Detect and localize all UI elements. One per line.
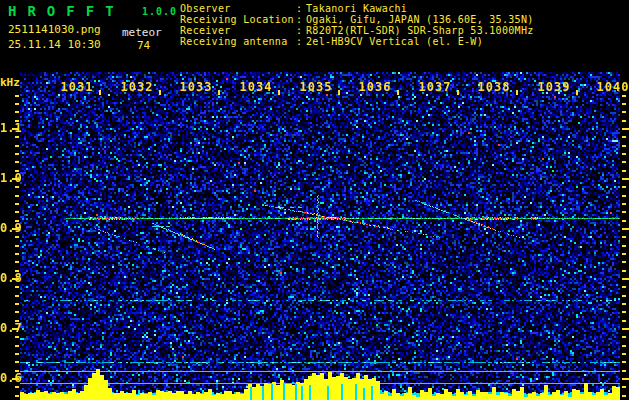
x-axis-label: 1036 — [351, 80, 399, 94]
axis-tick — [622, 395, 626, 397]
axis-tick — [12, 328, 19, 330]
axis-tick — [12, 228, 19, 230]
axis-tick — [15, 111, 19, 113]
x-axis-label: 1034 — [232, 80, 280, 94]
axis-tick — [15, 320, 19, 322]
app-title: HROFFT — [8, 3, 125, 19]
axis-tick — [622, 386, 626, 388]
x-axis-label: 1040 — [589, 80, 629, 94]
axis-tick — [622, 153, 626, 155]
axis-tick — [15, 370, 19, 372]
axis-tick — [15, 286, 19, 288]
station-info-row: Receiving Location:Ogaki, Gifu, JAPAN (1… — [180, 14, 534, 25]
station-info-text: : — [296, 25, 306, 36]
axis-tick — [15, 253, 19, 255]
station-info-text: Ogaki, Gifu, JAPAN (136.60E, 35.35N) — [306, 14, 534, 25]
axis-tick — [15, 345, 19, 347]
axis-tick — [622, 295, 626, 297]
axis-tick — [622, 353, 626, 355]
axis-tick — [15, 303, 19, 305]
axis-tick — [622, 178, 629, 180]
axis-tick — [15, 103, 19, 105]
axis-tick — [15, 353, 19, 355]
axis-tick — [622, 120, 626, 122]
axis-tick — [622, 145, 626, 147]
axis-tick — [622, 220, 626, 222]
station-info-text: Observer — [180, 3, 296, 14]
observation-datetime: 25.11.14 10:30 — [8, 38, 101, 51]
axis-tick — [622, 186, 626, 188]
axis-tick — [622, 203, 626, 205]
app-version: 1.0.0 — [142, 6, 177, 17]
axis-tick — [622, 95, 626, 97]
axis-tick — [622, 128, 629, 130]
x-axis-label: 1031 — [53, 80, 101, 94]
axis-tick — [12, 278, 19, 280]
axis-tick — [15, 270, 19, 272]
axis-tick — [622, 170, 626, 172]
station-info-row: Observer:Takanori Kawachi — [180, 3, 534, 14]
axis-tick — [622, 261, 626, 263]
axis-tick — [15, 245, 19, 247]
axis-tick — [622, 278, 629, 280]
axis-tick — [622, 245, 626, 247]
axis-tick — [12, 128, 19, 130]
station-info-text: Receiving antenna — [180, 36, 296, 47]
axis-tick — [15, 120, 19, 122]
axis-tick — [622, 103, 626, 105]
spectrogram-canvas — [20, 72, 620, 400]
axis-tick — [622, 345, 626, 347]
station-info-text: Takanori Kawachi — [306, 3, 407, 14]
axis-tick — [622, 378, 629, 380]
x-axis-label: 1037 — [411, 80, 459, 94]
x-axis-label: 1033 — [172, 80, 220, 94]
station-info-text: : — [296, 3, 306, 14]
axis-tick — [15, 170, 19, 172]
axis-tick — [15, 220, 19, 222]
station-info-text: : — [296, 14, 306, 25]
axis-tick — [15, 211, 19, 213]
x-axis-label: 1039 — [530, 80, 578, 94]
axis-tick — [15, 395, 19, 397]
output-filename: 2511141030.png — [8, 23, 101, 36]
axis-tick — [622, 336, 626, 338]
x-axis-label: 1038 — [470, 80, 518, 94]
axis-tick — [15, 145, 19, 147]
axis-tick — [12, 178, 19, 180]
y-axis-unit: kHz — [0, 76, 20, 89]
axis-tick — [15, 136, 19, 138]
axis-tick — [15, 186, 19, 188]
station-info-text: Receiving Location — [180, 14, 296, 25]
axis-tick — [622, 211, 626, 213]
axis-tick — [15, 153, 19, 155]
axis-tick — [622, 253, 626, 255]
station-info-row: Receiving antenna:2el-HB9CV Vertical (el… — [180, 36, 534, 47]
axis-tick — [15, 161, 19, 163]
echo-count: 74 — [137, 39, 150, 52]
axis-tick — [15, 195, 19, 197]
axis-tick — [15, 386, 19, 388]
mode-label: meteor — [122, 26, 162, 39]
hrofft-screen: HROFFT 1.0.0 2511141030.png meteor 25.11… — [0, 0, 629, 400]
axis-tick — [622, 361, 626, 363]
axis-tick — [15, 295, 19, 297]
x-axis-label: 1035 — [292, 80, 340, 94]
axis-tick — [622, 161, 626, 163]
axis-tick — [15, 261, 19, 263]
axis-tick — [622, 228, 629, 230]
axis-tick — [622, 236, 626, 238]
station-info-text: Receiver — [180, 25, 296, 36]
station-info-text: R820T2(RTL-SDR) SDR-Sharp 53.1000MHz — [306, 25, 534, 36]
axis-tick — [15, 95, 19, 97]
axis-tick — [622, 320, 626, 322]
axis-tick — [622, 370, 626, 372]
station-info: Observer:Takanori KawachiReceiving Locat… — [180, 3, 534, 47]
x-axis-label: 1032 — [113, 80, 161, 94]
station-info-text: 2el-HB9CV Vertical (el. E-W) — [306, 36, 483, 47]
axis-tick — [15, 361, 19, 363]
axis-tick — [15, 236, 19, 238]
axis-tick — [622, 311, 626, 313]
station-info-text: : — [296, 36, 306, 47]
axis-tick — [15, 311, 19, 313]
axis-tick — [622, 270, 626, 272]
